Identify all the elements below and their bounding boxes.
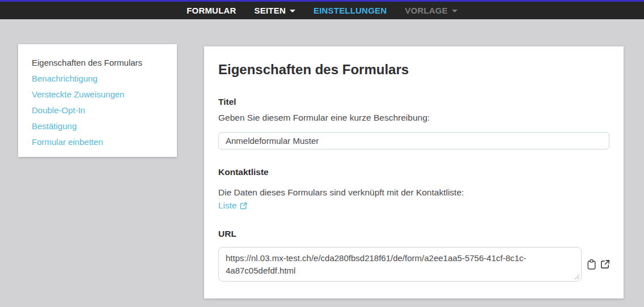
top-navbar: FORMULAR SEITEN EINSTELLUNGEN VORLAGE bbox=[0, 2, 644, 19]
nav-item-formular[interactable]: FORMULAR bbox=[187, 6, 236, 15]
kontaktliste-label: Kontaktliste bbox=[218, 167, 609, 177]
caret-down-icon bbox=[452, 10, 457, 12]
sidebar-item-benachrichtigung[interactable]: Benachrichtigung bbox=[32, 71, 163, 87]
url-label: URL bbox=[218, 228, 609, 239]
page-title: Eigenschaften des Formulars bbox=[218, 61, 609, 78]
url-textarea-wrap: https://nl.03.mx-test.ch/e/cda280fbsd218… bbox=[218, 247, 582, 282]
clipboard-icon bbox=[587, 259, 596, 270]
url-actions bbox=[587, 259, 610, 270]
kontaktliste-description: Die Daten dieses Formulars sind verknüpf… bbox=[218, 187, 609, 198]
liste-link[interactable]: Liste bbox=[218, 201, 247, 211]
sidebar-item-formular-einbetten[interactable]: Formular einbetten bbox=[32, 134, 163, 150]
external-link-icon bbox=[240, 202, 247, 210]
copy-url-button[interactable] bbox=[587, 259, 596, 270]
nav-item-einstellungen[interactable]: EINSTELLUNGEN bbox=[313, 6, 387, 15]
url-textarea[interactable]: https://nl.03.mx-test.ch/e/cda280fbsd218… bbox=[218, 247, 582, 282]
sidebar-item-eigenschaften[interactable]: Eigenschaften des Formulars bbox=[32, 55, 163, 71]
caret-down-icon bbox=[290, 10, 295, 12]
nav-item-vorlage[interactable]: VORLAGE bbox=[405, 6, 457, 15]
settings-sidebar: Eigenschaften des Formulars Benachrichti… bbox=[18, 44, 177, 157]
nav-item-seiten-label: SEITEN bbox=[255, 6, 286, 15]
sidebar-item-versteckte-zuweisungen[interactable]: Versteckte Zuweisungen bbox=[32, 87, 163, 103]
nav-item-formular-label: FORMULAR bbox=[187, 6, 236, 15]
external-link-icon bbox=[600, 259, 610, 269]
url-row: https://nl.03.mx-test.ch/e/cda280fbsd218… bbox=[218, 247, 609, 282]
nav-item-vorlage-label: VORLAGE bbox=[405, 6, 448, 15]
sidebar-item-bestaetigung[interactable]: Bestätigung bbox=[32, 118, 163, 134]
titel-description: Geben Sie diesem Formular eine kurze Bes… bbox=[218, 112, 609, 123]
form-properties-panel: Eigenschaften des Formulars Titel Geben … bbox=[204, 46, 624, 299]
nav-item-einstellungen-label: EINSTELLUNGEN bbox=[313, 6, 387, 15]
nav-item-seiten[interactable]: SEITEN bbox=[255, 6, 295, 15]
liste-link-label: Liste bbox=[218, 201, 237, 211]
title-input[interactable] bbox=[218, 132, 609, 150]
open-url-button[interactable] bbox=[600, 259, 610, 269]
sidebar-item-double-opt-in[interactable]: Double-Opt-In bbox=[32, 103, 163, 118]
titel-label: Titel bbox=[218, 96, 609, 107]
